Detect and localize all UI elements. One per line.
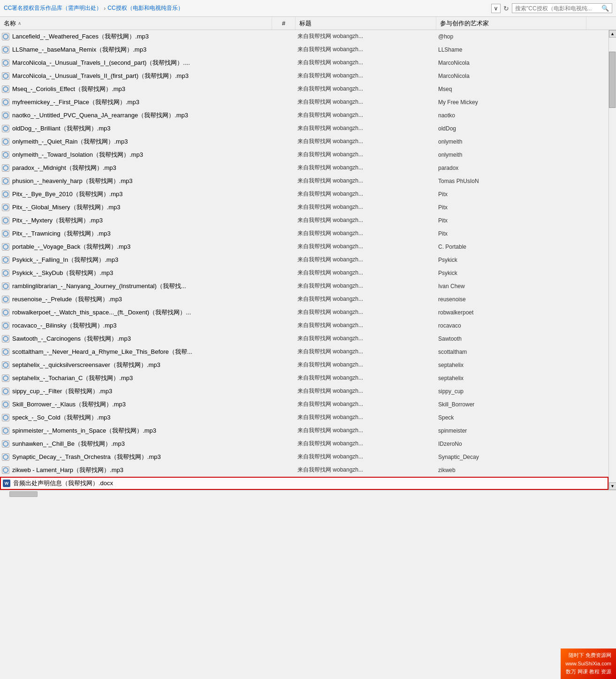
- mp3-icon: [2, 348, 9, 356]
- h-scroll-thumb[interactable]: [9, 491, 38, 497]
- cell-num: [272, 345, 296, 358]
- mp3-icon: [2, 427, 9, 435]
- table-row[interactable]: robwalkerpoet_-_Watch_this_space..._(ft.…: [0, 306, 608, 319]
- table-row[interactable]: sunhawken_-_Chill_Be（我帮找网）.mp3来自我帮找网 wob…: [0, 437, 608, 450]
- col-header-name[interactable]: 名称 ∧: [0, 17, 272, 30]
- cell-num: [272, 464, 296, 476]
- table-row[interactable]: onlymeith_-_Toward_Isolation（我帮找网）.mp3来自…: [0, 148, 608, 161]
- main-container: CC署名授权音乐作品库（需声明出处） › CC授权（电影和电视纯音乐） v ↻ …: [0, 0, 616, 497]
- table-row[interactable]: scottaltham_-_Never_Heard_a_Rhyme_Like_T…: [0, 345, 608, 359]
- cell-title: 来自我帮找网 wobangzh...: [296, 450, 436, 463]
- cell-num: [272, 148, 296, 161]
- cell-title: 来自我帮找网 wobangzh...: [296, 122, 436, 135]
- file-name-text: LLShame_-_baseMana_Remix（我帮找网）.mp3: [12, 46, 146, 54]
- table-row[interactable]: Pitx_-_Trawnicing（我帮找网）.mp3来自我帮找网 wobang…: [0, 227, 608, 240]
- cell-title: 来自我帮找网 wobangzh...: [296, 411, 436, 424]
- table-row[interactable]: speck_-_So_Cold（我帮找网）.mp3来自我帮找网 wobangzh…: [0, 411, 608, 424]
- cell-artist: C. Portable: [436, 240, 586, 253]
- cell-name: sippy_cup_-_Filter（我帮找网）.mp3: [0, 385, 272, 397]
- table-row[interactable]: Pitx_-_Myxtery（我帮找网）.mp3来自我帮找网 wobangzh.…: [0, 214, 608, 227]
- mp3-icon: [2, 388, 9, 395]
- table-row[interactable]: septahelix_-_Tocharian_C（我帮找网）.mp3来自我帮找网…: [0, 372, 608, 385]
- cell-num: [272, 201, 296, 214]
- cell-artist: IDzeroNo: [436, 437, 586, 450]
- mp3-file-icon: [2, 296, 9, 303]
- table-row[interactable]: reusenoise_-_Prelude（我帮找网）.mp3来自我帮找网 wob…: [0, 293, 608, 306]
- cell-num: [273, 478, 297, 489]
- refresh-button[interactable]: ↻: [503, 5, 509, 12]
- table-row[interactable]: zikweb - Lament_Harp（我帮找网）.mp3来自我帮找网 wob…: [0, 464, 608, 477]
- table-row[interactable]: ramblinglibrarian_-_Nanyang_Journey_(Ins…: [0, 280, 608, 293]
- cell-title: 来自我帮找网 wobangzh...: [296, 345, 436, 358]
- scroll-down-button[interactable]: ▼: [609, 482, 616, 490]
- mp3-file-icon: [2, 204, 9, 211]
- table-row[interactable]: MarcoNicola_-_Unusual_Travels_I_(second_…: [0, 56, 608, 69]
- table-row[interactable]: Lancefield_-_Weathered_Faces（我帮找网）.mp3来自…: [0, 30, 608, 43]
- mp3-icon: [2, 191, 9, 198]
- cell-num: [272, 43, 296, 56]
- dropdown-button[interactable]: v: [491, 4, 501, 13]
- table-row[interactable]: phusion_-_heavenly_harp（我帮找网）.mp3来自我帮找网 …: [0, 175, 608, 188]
- cell-num: [272, 332, 296, 345]
- vertical-scrollbar[interactable]: ▲ ▼: [608, 30, 616, 490]
- table-row[interactable]: oldDog_-_Brilliant（我帮找网）.mp3来自我帮找网 woban…: [0, 122, 608, 135]
- mp3-icon: [2, 361, 9, 369]
- table-row[interactable]: spinmeister_-_Moments_in_Space（我帮找网）.mp3…: [0, 424, 608, 437]
- cell-title: 来自我帮找网 wobangzh...: [296, 43, 436, 56]
- cell-artist: Sawtooth: [436, 332, 586, 345]
- mp3-icon: [2, 33, 9, 40]
- table-row[interactable]: LLShame_-_baseMana_Remix（我帮找网）.mp3来自我帮找网…: [0, 43, 608, 56]
- scroll-track[interactable]: [609, 38, 616, 482]
- table-row[interactable]: W音频出处声明信息（我帮找网）.docx: [0, 477, 608, 490]
- cell-name: paradox_-_Midnight（我帮找网）.mp3: [0, 161, 272, 174]
- cell-title: 来自我帮找网 wobangzh...: [296, 83, 436, 95]
- horizontal-scrollbar[interactable]: [0, 490, 616, 497]
- breadcrumb-item-1[interactable]: CC署名授权音乐作品库（需声明出处）: [4, 4, 102, 12]
- cell-name: onlymeith_-_Quiet_Rain（我帮找网）.mp3: [0, 135, 272, 148]
- table-row[interactable]: myfreemickey_-_First_Place（我帮找网）.mp3来自我帮…: [0, 96, 608, 109]
- table-row[interactable]: portable_-_Voyage_Back（我帮找网）.mp3来自我帮找网 w…: [0, 240, 608, 253]
- cell-name: Pitx_-_Bye_Bye_2010（我帮找网）.mp3: [0, 188, 272, 200]
- cell-num: [272, 319, 296, 332]
- table-row[interactable]: Synaptic_Decay_-_Trash_Orchestra（我帮找网）.m…: [0, 450, 608, 464]
- file-name-text: portable_-_Voyage_Back（我帮找网）.mp3: [12, 243, 130, 251]
- cell-name: naotko_-_Untitled_PVC_Quena_JA_rearrange…: [0, 109, 272, 122]
- cell-name: septahelix_-_quicksilverscreensaver（我帮找网…: [0, 359, 272, 371]
- scroll-thumb[interactable]: [609, 52, 616, 108]
- scroll-up-button[interactable]: ▲: [609, 30, 616, 38]
- breadcrumb-item-2[interactable]: CC授权（电影和电视纯音乐）: [107, 4, 183, 12]
- cell-num: [272, 385, 296, 397]
- table-row[interactable]: septahelix_-_quicksilverscreensaver（我帮找网…: [0, 359, 608, 372]
- mp3-icon: [2, 322, 9, 329]
- table-row[interactable]: Psykick_-_SkyDub（我帮找网）.mp3来自我帮找网 wobangz…: [0, 267, 608, 280]
- cell-num: [272, 253, 296, 266]
- column-headers: 名称 ∧ # 标题 参与创作的艺术家: [0, 17, 616, 30]
- col-header-title[interactable]: 标题: [296, 17, 436, 30]
- cell-name: myfreemickey_-_First_Place（我帮找网）.mp3: [0, 96, 272, 108]
- table-row[interactable]: Pitx_-_Bye_Bye_2010（我帮找网）.mp3来自我帮找网 woba…: [0, 188, 608, 201]
- table-row[interactable]: Sawtooth_-_Carcinogens（我帮找网）.mp3来自我帮找网 w…: [0, 332, 608, 345]
- cell-artist: Synaptic_Decay: [436, 450, 586, 463]
- table-row[interactable]: MarcoNicola_-_Unusual_Travels_II_(first_…: [0, 69, 608, 83]
- search-input[interactable]: [515, 5, 600, 12]
- cell-num: [272, 372, 296, 384]
- table-row[interactable]: Mseq_-_Coriolis_Effect（我帮找网）.mp3来自我帮找网 w…: [0, 83, 608, 96]
- table-row[interactable]: naotko_-_Untitled_PVC_Quena_JA_rearrange…: [0, 109, 608, 122]
- table-row[interactable]: Psykick_-_Falling_In（我帮找网）.mp3来自我帮找网 wob…: [0, 253, 608, 267]
- table-row[interactable]: Skill_Borrower_-_Klaus（我帮找网）.mp3来自我帮找网 w…: [0, 398, 608, 411]
- table-row[interactable]: sippy_cup_-_Filter（我帮找网）.mp3来自我帮找网 woban…: [0, 385, 608, 398]
- search-button[interactable]: 🔍: [601, 5, 609, 12]
- table-row[interactable]: Pitx_-_Global_Misery（我帮找网）.mp3来自我帮找网 wob…: [0, 201, 608, 214]
- cell-num: [272, 398, 296, 411]
- file-name-text: Pitx_-_Global_Misery（我帮找网）.mp3: [12, 203, 120, 212]
- table-row[interactable]: paradox_-_Midnight（我帮找网）.mp3来自我帮找网 woban…: [0, 161, 608, 175]
- col-header-artist[interactable]: 参与创作的艺术家: [436, 17, 586, 30]
- cell-artist: Pitx: [436, 188, 586, 200]
- table-row[interactable]: onlymeith_-_Quiet_Rain（我帮找网）.mp3来自我帮找网 w…: [0, 135, 608, 148]
- cell-num: [272, 161, 296, 174]
- file-name-text: scottaltham_-_Never_Heard_a_Rhyme_Like_T…: [12, 348, 192, 356]
- cell-num: [272, 411, 296, 424]
- cell-artist: Skill_Borrower: [436, 398, 586, 411]
- col-header-num[interactable]: #: [272, 17, 296, 30]
- table-row[interactable]: rocavaco_-_Bilinsky（我帮找网）.mp3来自我帮找网 woba…: [0, 319, 608, 332]
